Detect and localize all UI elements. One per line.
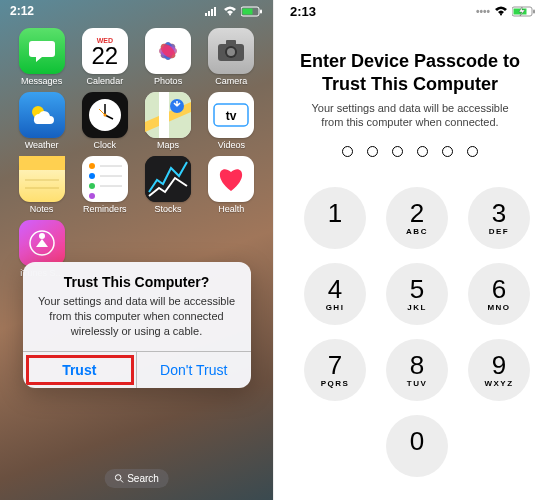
passcode-dot xyxy=(417,146,428,157)
keypad: 1 2ABC 3DEF 4GHI 5JKL 6MNO 7PQRS 8TUV 9W… xyxy=(274,175,546,477)
svg-rect-47 xyxy=(533,9,535,13)
key-0[interactable]: 0 xyxy=(386,415,448,477)
passcode-body: Your settings and data will be accessibl… xyxy=(298,95,522,130)
key-5[interactable]: 5JKL xyxy=(386,263,448,325)
svg-point-44 xyxy=(500,14,502,16)
dialog-title: Trust This Computer? xyxy=(23,262,251,294)
wifi-icon xyxy=(494,6,508,16)
key-4[interactable]: 4GHI xyxy=(304,263,366,325)
passcode-dot xyxy=(442,146,453,157)
passcode-screen: 2:13 •••• Enter Device Passcode to Trust… xyxy=(273,0,546,500)
passcode-dot xyxy=(467,146,478,157)
status-bar: 2:13 •••• xyxy=(274,0,546,20)
key-2[interactable]: 2ABC xyxy=(386,187,448,249)
signal-icon: •••• xyxy=(476,6,490,17)
search-icon xyxy=(114,474,123,483)
passcode-dot xyxy=(342,146,353,157)
passcode-dot xyxy=(367,146,378,157)
key-7[interactable]: 7PQRS xyxy=(304,339,366,401)
key-empty xyxy=(468,415,530,477)
svg-line-43 xyxy=(120,480,123,483)
key-6[interactable]: 6MNO xyxy=(468,263,530,325)
dont-trust-button[interactable]: Don't Trust xyxy=(137,352,251,388)
spotlight-search[interactable]: Search xyxy=(104,469,169,488)
key-1[interactable]: 1 xyxy=(304,187,366,249)
svg-point-42 xyxy=(115,475,121,481)
trust-dialog: Trust This Computer? Your settings and d… xyxy=(23,262,251,388)
status-time: 2:13 xyxy=(284,4,316,19)
key-3[interactable]: 3DEF xyxy=(468,187,530,249)
key-8[interactable]: 8TUV xyxy=(386,339,448,401)
key-empty xyxy=(304,415,366,477)
passcode-dot xyxy=(392,146,403,157)
dialog-overlay: Trust This Computer? Your settings and d… xyxy=(0,0,273,500)
home-screen: 2:12 Messages WED22Calendar Photos Camer… xyxy=(0,0,273,500)
passcode-title: Enter Device Passcode to Trust This Comp… xyxy=(298,50,522,95)
passcode-dots xyxy=(298,130,522,167)
key-9[interactable]: 9WXYZ xyxy=(468,339,530,401)
dialog-body: Your settings and data will be accessibl… xyxy=(23,294,251,351)
battery-icon xyxy=(512,6,536,17)
trust-button[interactable]: Trust xyxy=(23,352,138,388)
